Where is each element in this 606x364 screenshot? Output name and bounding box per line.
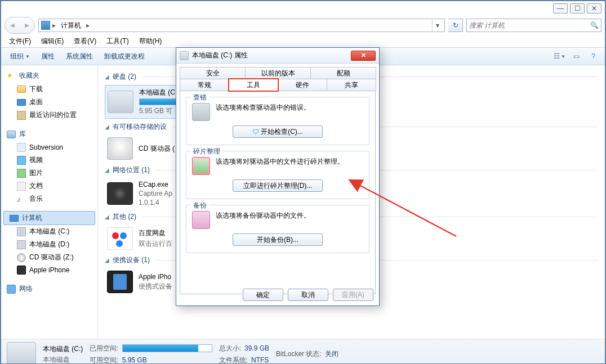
tab-tools[interactable]: 工具 [229, 79, 278, 91]
start-backup-button[interactable]: 开始备份(B)... [233, 233, 323, 246]
drive-icon [17, 227, 26, 236]
library-icon [7, 131, 16, 138]
chevron-right-icon[interactable]: ▸ [52, 21, 56, 29]
back-icon[interactable]: ◄ [5, 17, 20, 33]
tab-sharing[interactable]: 共享 [327, 79, 376, 91]
computer-header[interactable]: 计算机 [3, 211, 95, 225]
details-subtitle: 本地磁盘 [43, 355, 83, 365]
search-input[interactable]: 搜索 计算机 🔍 [466, 19, 601, 32]
defrag-icon [192, 157, 210, 175]
chevron-right-icon[interactable]: ▸ [86, 21, 90, 29]
check-error-text: 该选项将检查驱动器中的错误。 [216, 103, 363, 113]
baidu-icon [107, 227, 133, 250]
navigation-pane: ★收藏夹 下载 桌面 最近访问的位置 库 Subversion 视频 图片 文档… [1, 65, 98, 339]
pictures-icon [17, 169, 26, 178]
check-error-group: 查错 该选项将检查驱动器中的错误。 🛡开始检查(C)... [186, 97, 369, 145]
nav-back-forward[interactable]: ◄ ► [5, 17, 35, 34]
minimize-button[interactable]: — [553, 3, 568, 14]
tab-previous-versions[interactable]: 以前的版本 [245, 67, 311, 79]
menu-file[interactable]: 文件(F) [5, 35, 35, 47]
computer-icon [10, 215, 19, 222]
star-icon: ★ [7, 71, 16, 80]
tab-security[interactable]: 安全 [180, 67, 246, 79]
network-icon [7, 285, 16, 294]
usage-meter [122, 344, 212, 352]
menu-edit[interactable]: 编辑(E) [37, 35, 68, 47]
free-value: 5.95 GB [122, 356, 147, 364]
computer-icon [41, 21, 50, 30]
preview-pane-button[interactable]: ▭ [569, 50, 583, 62]
disk-check-icon [192, 103, 210, 121]
tab-general[interactable]: 常规 [180, 79, 229, 91]
sidebar-item-drive-c[interactable]: 本地磁盘 (C:) [1, 225, 97, 238]
search-placeholder: 搜索 计算机 [469, 21, 505, 30]
uninstall-button[interactable]: 卸载或更改程 [100, 50, 149, 64]
sidebar-item-recent[interactable]: 最近访问的位置 [1, 109, 97, 122]
refresh-button[interactable]: ↻ [448, 19, 463, 32]
cancel-button[interactable]: 取消 [288, 289, 328, 301]
sidebar-item-desktop[interactable]: 桌面 [1, 96, 97, 109]
fs-label: 文件系统: [219, 356, 248, 365]
defrag-now-button[interactable]: 立即进行碎片整理(D)... [233, 179, 323, 192]
backup-icon [192, 211, 210, 229]
folder-icon [17, 86, 26, 93]
drive-icon [17, 240, 26, 249]
favorites-header[interactable]: ★收藏夹 [1, 69, 97, 83]
used-label: 已用空间: [90, 344, 118, 353]
sidebar-item-downloads[interactable]: 下载 [1, 83, 97, 96]
recent-icon [17, 111, 26, 120]
drive-icon [180, 51, 189, 60]
iphone-icon [107, 271, 133, 293]
sidebar-item-subversion[interactable]: Subversion [1, 141, 97, 154]
defrag-legend: 碎片整理 [191, 147, 222, 156]
breadcrumb-computer[interactable]: 计算机 [58, 19, 84, 32]
system-properties-button[interactable]: 系统属性 [61, 50, 97, 64]
properties-dialog: 本地磁盘 (C:) 属性 ✕ 安全 以前的版本 配额 常规 工具 硬件 共享 [176, 47, 380, 306]
search-icon[interactable]: 🔍 [590, 21, 599, 29]
help-icon[interactable]: ? [586, 50, 600, 62]
properties-button[interactable]: 属性 [37, 50, 59, 64]
forward-icon[interactable]: ► [20, 17, 34, 33]
collapse-icon[interactable]: ◢ [105, 74, 109, 80]
apply-button[interactable]: 应用(A) [333, 289, 373, 301]
view-mode-button[interactable]: ☷▼ [552, 50, 567, 62]
tab-hardware[interactable]: 硬件 [278, 79, 327, 91]
dialog-close-button[interactable]: ✕ [351, 51, 376, 61]
address-dropdown[interactable]: ▾ [432, 19, 442, 32]
sidebar-item-pictures[interactable]: 图片 [1, 167, 97, 179]
sidebar-item-iphone[interactable]: Apple iPhone [1, 264, 97, 276]
tab-quota[interactable]: 配额 [310, 67, 376, 79]
sidebar-item-cd-drive[interactable]: CD 驱动器 (Z:) [1, 251, 97, 264]
backup-text: 该选项将备份驱动器中的文件。 [216, 211, 363, 221]
maximize-button[interactable]: ☐ [570, 3, 585, 14]
sidebar-item-music[interactable]: ♪音乐 [1, 192, 97, 205]
sidebar-item-documents[interactable]: 文档 [1, 179, 97, 192]
defrag-group: 碎片整理 该选项将对驱动器中的文件进行碎片整理。 立即进行碎片整理(D)... [186, 151, 369, 199]
fs-value: NTFS [251, 356, 269, 364]
backup-legend: 备份 [191, 201, 209, 210]
sidebar-item-videos[interactable]: 视频 [1, 154, 97, 167]
start-check-button[interactable]: 🛡开始检查(C)... [233, 125, 323, 138]
organize-button[interactable]: 组织▼ [6, 50, 34, 64]
check-error-legend: 查错 [191, 93, 209, 102]
library-header[interactable]: 库 [1, 127, 97, 141]
video-icon [17, 156, 26, 165]
total-label: 总大小: [219, 344, 241, 353]
free-label: 可用空间: [90, 356, 118, 365]
menu-help[interactable]: 帮助(H) [135, 35, 167, 47]
menu-tools[interactable]: 工具(T) [102, 35, 133, 47]
folder-icon [17, 143, 26, 152]
music-icon: ♪ [17, 195, 26, 204]
drive-icon [108, 91, 133, 113]
camera-icon [107, 182, 133, 205]
phone-icon [17, 266, 26, 275]
documents-icon [17, 182, 26, 191]
ok-button[interactable]: 确定 [243, 289, 283, 301]
cd-icon [17, 253, 26, 262]
address-bar[interactable]: ▸ 计算机 ▸ ▾ [38, 19, 445, 32]
close-button[interactable]: ✕ [587, 3, 601, 14]
sidebar-item-drive-d[interactable]: 本地磁盘 (D:) [1, 238, 97, 251]
bitlocker-value: 关闭 [325, 349, 338, 359]
network-header[interactable]: 网络 [1, 282, 97, 296]
menu-view[interactable]: 查看(V) [69, 35, 101, 47]
